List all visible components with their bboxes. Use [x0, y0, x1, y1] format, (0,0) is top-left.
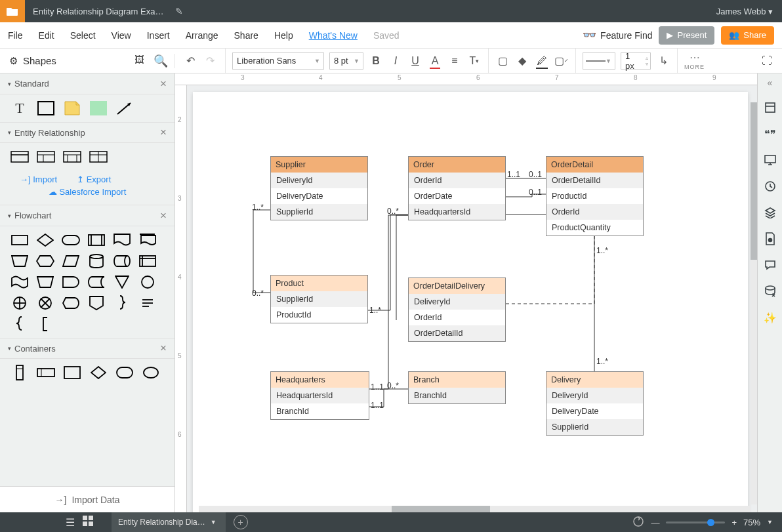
share-button[interactable]: 👥 Share	[721, 26, 774, 45]
add-page-button[interactable]: +	[234, 515, 248, 529]
fc-merge[interactable]	[113, 275, 131, 289]
cont-3[interactable]	[63, 365, 81, 380]
italic-button[interactable]: I	[386, 51, 405, 71]
menu-help[interactable]: Help	[266, 30, 301, 41]
text-color-button[interactable]: A	[425, 51, 445, 71]
cont-5[interactable]	[115, 365, 134, 380]
border-color-button[interactable]: 🖉	[532, 51, 552, 71]
text-style-button[interactable]: T▾	[464, 51, 484, 71]
close-icon[interactable]: ×	[160, 342, 167, 355]
fullscreen-button[interactable]: ⛶	[757, 51, 777, 71]
autosave-icon[interactable]	[632, 516, 644, 529]
close-icon[interactable]: ×	[160, 77, 167, 91]
entity-product[interactable]: ProductSupplierIdProductId	[270, 275, 368, 323]
er-table3[interactable]	[63, 150, 81, 164]
menu-whats-new[interactable]: What's New	[301, 30, 365, 41]
entity-order[interactable]: OrderOrderIdOrderDateHeadquartersId	[408, 156, 506, 220]
note-shape[interactable]	[63, 101, 81, 115]
fc-multidoc[interactable]	[138, 233, 157, 247]
rect-shape[interactable]	[37, 101, 55, 115]
fc-note[interactable]	[138, 296, 157, 310]
fill-color-button[interactable]: ◆	[512, 51, 532, 71]
grid-view-icon[interactable]	[83, 516, 93, 529]
fc-sum[interactable]	[36, 296, 54, 310]
font-size-select[interactable]: 8 pt▼	[329, 52, 363, 70]
er-table1[interactable]	[10, 150, 29, 164]
present-button[interactable]: ▶ Present	[659, 26, 714, 45]
zoom-out-button[interactable]: —	[651, 518, 659, 527]
image-icon[interactable]: 🖼	[134, 54, 144, 68]
redo-button[interactable]: ↷	[200, 51, 220, 71]
fc-brace-r[interactable]	[113, 296, 131, 310]
close-icon[interactable]: ×	[160, 209, 167, 222]
fc-display[interactable]	[62, 296, 80, 310]
cat-flowchart[interactable]: ▾Flowchart×	[0, 205, 175, 226]
cont-2[interactable]	[37, 365, 55, 380]
fc-tape[interactable]	[10, 275, 29, 289]
entity-branch[interactable]: BranchBranchId	[408, 371, 506, 404]
search-icon[interactable]: 🔍	[154, 54, 168, 68]
fc-or[interactable]	[10, 296, 29, 310]
fc-doc[interactable]	[113, 233, 131, 247]
more-button[interactable]: ⋯	[689, 51, 700, 64]
export-link[interactable]: ↥ Export	[77, 174, 111, 184]
menu-edit[interactable]: Edit	[31, 30, 62, 41]
entity-orderdetaildelivery[interactable]: OrderDetailDeliveryDeliveryIdOrderIdOrde…	[408, 277, 506, 342]
er-table2[interactable]	[37, 150, 55, 164]
cont-1[interactable]	[10, 365, 29, 380]
entity-delivery[interactable]: DeliveryDeliveryIdDeliveryDateSupplierId	[546, 371, 644, 436]
shape-outline-button[interactable]: ▢	[493, 51, 512, 71]
menu-file[interactable]: File	[0, 30, 31, 41]
line-style-select[interactable]: ▼	[583, 52, 615, 70]
fc-terminator[interactable]	[62, 233, 80, 247]
er-table4[interactable]	[89, 150, 108, 164]
folder-icon[interactable]	[0, 0, 25, 22]
fc-internal[interactable]	[138, 254, 157, 268]
present-icon[interactable]	[764, 153, 777, 167]
fc-manualop[interactable]	[36, 275, 54, 289]
entity-orderdetail[interactable]: OrderDetailOrderDetailIdProductIdOrderId…	[546, 156, 644, 236]
data-link-icon[interactable]	[764, 285, 777, 298]
canvas-area[interactable]: 3456789 23456 Suppl	[175, 73, 757, 512]
import-link[interactable]: →] Import	[20, 174, 57, 184]
page-settings-icon[interactable]	[764, 232, 777, 245]
vscroll[interactable]	[751, 102, 757, 504]
menu-view[interactable]: View	[104, 30, 139, 41]
fc-predef[interactable]	[87, 233, 106, 247]
arrow-shape[interactable]	[115, 101, 134, 115]
cat-entity[interactable]: ▾Entity Relationship×	[0, 122, 175, 143]
connector-style-button[interactable]: ↳	[653, 51, 673, 71]
hscroll[interactable]	[199, 506, 751, 512]
block-shape[interactable]	[89, 101, 108, 115]
fc-manual[interactable]	[10, 254, 29, 268]
font-select[interactable]: Liberation Sans▼	[232, 52, 324, 70]
doc-title[interactable]: Entity Relationship Diagram Exa…	[25, 7, 171, 16]
menu-select[interactable]: Select	[62, 30, 104, 41]
magic-icon[interactable]: ✨	[764, 311, 777, 324]
history-icon[interactable]	[764, 180, 777, 193]
menu-share[interactable]: Share	[226, 30, 266, 41]
layers-icon[interactable]	[764, 206, 777, 219]
import-data-button[interactable]: →] Import Data	[0, 486, 175, 512]
menu-arrange[interactable]: Arrange	[178, 30, 226, 41]
text-shape[interactable]: T	[10, 101, 29, 115]
user-menu[interactable]: James Webb ▾	[707, 7, 782, 16]
rename-icon[interactable]: ✎	[175, 6, 183, 16]
underline-button[interactable]: U	[405, 51, 425, 71]
fc-rect[interactable]	[10, 233, 29, 247]
zoom-value[interactable]: 75%	[743, 518, 760, 527]
zoom-slider[interactable]	[666, 522, 725, 523]
fc-data[interactable]	[62, 254, 80, 268]
line-width-select[interactable]: 1 px▵▿	[621, 52, 651, 70]
fc-direct[interactable]	[113, 254, 131, 268]
menu-insert[interactable]: Insert	[139, 30, 178, 41]
fc-connector[interactable]	[138, 275, 157, 289]
page-tab[interactable]: Entity Relationship Dia… ▼	[112, 512, 226, 532]
salesforce-import-link[interactable]: ☁ Salesforce Import	[0, 187, 175, 205]
undo-button[interactable]: ↶	[180, 51, 200, 71]
align-button[interactable]: ≡	[445, 51, 464, 71]
chat-icon[interactable]	[764, 258, 777, 272]
close-icon[interactable]: ×	[160, 126, 167, 139]
shapes-gear-icon[interactable]: ⚙	[9, 55, 18, 67]
shape-style-button[interactable]: ▢✓	[552, 51, 571, 71]
